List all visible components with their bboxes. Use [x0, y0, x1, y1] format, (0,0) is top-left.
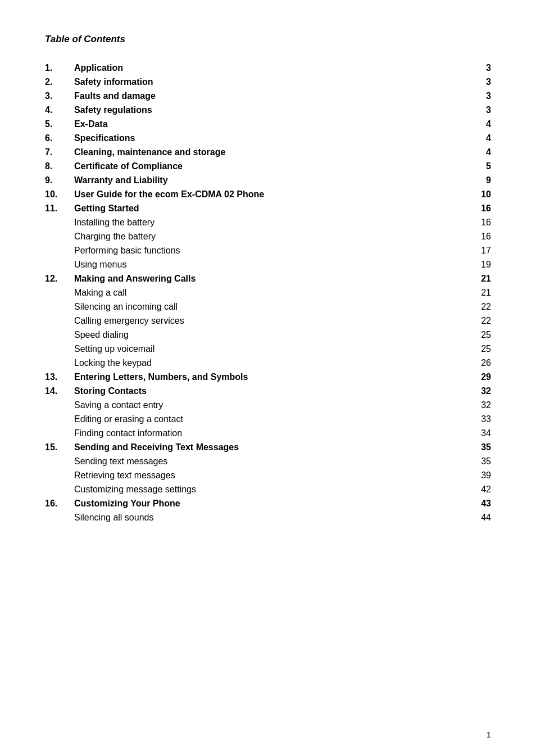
toc-label: Speed dialing	[74, 328, 463, 342]
toc-num	[45, 300, 74, 314]
page: Table of Contents 1.Application32.Safety…	[0, 0, 536, 756]
toc-num: 11.	[45, 201, 74, 215]
toc-num: 5.	[45, 117, 74, 131]
toc-row: 9.Warranty and Liability9	[45, 173, 491, 187]
toc-row: 15.Sending and Receiving Text Messages35	[45, 440, 491, 454]
toc-label: Making a call	[74, 286, 463, 300]
toc-label: Safety information	[74, 75, 463, 89]
toc-page: 25	[463, 342, 491, 356]
toc-label: Making and Answering Calls	[74, 271, 463, 286]
toc-label: Calling emergency services	[74, 314, 463, 328]
toc-label: Finding contact information	[74, 426, 463, 440]
toc-row: Editing or erasing a contact33	[45, 412, 491, 426]
toc-label: Editing or erasing a contact	[74, 412, 463, 426]
toc-num	[45, 215, 74, 229]
toc-page: 35	[463, 440, 491, 454]
toc-row: 7.Cleaning, maintenance and storage4	[45, 145, 491, 159]
toc-row: Making a call21	[45, 286, 491, 300]
toc-label: Charging the battery	[74, 229, 463, 243]
toc-page: 43	[463, 496, 491, 510]
toc-page: 25	[463, 328, 491, 342]
toc-label: Safety regulations	[74, 103, 463, 117]
toc-page: 35	[463, 454, 491, 468]
toc-label: Silencing an incoming call	[74, 300, 463, 314]
toc-num: 2.	[45, 75, 74, 89]
toc-num: 8.	[45, 159, 74, 173]
toc-label: Storing Contacts	[74, 384, 463, 398]
toc-page: 16	[463, 215, 491, 229]
toc-page: 22	[463, 314, 491, 328]
toc-page: 3	[463, 103, 491, 117]
toc-num: 4.	[45, 103, 74, 117]
toc-row: 10.User Guide for the ecom Ex-CDMA 02 Ph…	[45, 187, 491, 201]
toc-page: 21	[463, 271, 491, 286]
toc-page: 4	[463, 117, 491, 131]
page-number: 1	[487, 730, 491, 739]
toc-page: 4	[463, 131, 491, 145]
toc-row: 16.Customizing Your Phone43	[45, 496, 491, 510]
toc-row: Retrieving text messages39	[45, 468, 491, 482]
toc-page: 29	[463, 370, 491, 384]
toc-label: Sending and Receiving Text Messages	[74, 440, 463, 454]
toc-page: 34	[463, 426, 491, 440]
toc-label: Performing basic functions	[74, 243, 463, 257]
toc-num	[45, 356, 74, 370]
toc-page: 19	[463, 257, 491, 271]
toc-num	[45, 243, 74, 257]
toc-num	[45, 454, 74, 468]
toc-label: Ex-Data	[74, 117, 463, 131]
toc-row: 6.Specifications4	[45, 131, 491, 145]
toc-num	[45, 257, 74, 271]
toc-row: Installing the battery16	[45, 215, 491, 229]
toc-label: Sending text messages	[74, 454, 463, 468]
toc-page: 16	[463, 201, 491, 215]
toc-row: 12.Making and Answering Calls21	[45, 271, 491, 286]
toc-row: Performing basic functions17	[45, 243, 491, 257]
toc-page: 3	[463, 89, 491, 103]
toc-page: 26	[463, 356, 491, 370]
toc-row: 14.Storing Contacts32	[45, 384, 491, 398]
toc-num	[45, 510, 74, 524]
toc-label: Customizing Your Phone	[74, 496, 463, 510]
toc-label: Using menus	[74, 257, 463, 271]
toc-row: Using menus19	[45, 257, 491, 271]
toc-label: Entering Letters, Numbers, and Symbols	[74, 370, 463, 384]
toc-num	[45, 286, 74, 300]
toc-page: 44	[463, 510, 491, 524]
toc-num: 13.	[45, 370, 74, 384]
toc-num: 10.	[45, 187, 74, 201]
toc-num	[45, 468, 74, 482]
toc-row: Saving a contact entry32	[45, 398, 491, 412]
toc-page: 32	[463, 384, 491, 398]
toc-row: Customizing message settings42	[45, 482, 491, 496]
toc-num	[45, 229, 74, 243]
toc-label: Certificate of Compliance	[74, 159, 463, 173]
toc-num: 7.	[45, 145, 74, 159]
toc-row: Finding contact information34	[45, 426, 491, 440]
toc-page: 9	[463, 173, 491, 187]
toc-page: 22	[463, 300, 491, 314]
toc-row: Sending text messages35	[45, 454, 491, 468]
toc-row: Silencing an incoming call22	[45, 300, 491, 314]
toc-label: Cleaning, maintenance and storage	[74, 145, 463, 159]
toc-page: 3	[463, 75, 491, 89]
toc-num	[45, 482, 74, 496]
toc-label: Silencing all sounds	[74, 510, 463, 524]
toc-row: Locking the keypad26	[45, 356, 491, 370]
toc-label: Specifications	[74, 131, 463, 145]
toc-num: 3.	[45, 89, 74, 103]
toc-num: 16.	[45, 496, 74, 510]
toc-page: 5	[463, 159, 491, 173]
toc-page: 4	[463, 145, 491, 159]
toc-page: 21	[463, 286, 491, 300]
toc-label: Locking the keypad	[74, 356, 463, 370]
toc-row: Charging the battery16	[45, 229, 491, 243]
toc-row: 8.Certificate of Compliance5	[45, 159, 491, 173]
toc-label: Application	[74, 61, 463, 75]
toc-label: Saving a contact entry	[74, 398, 463, 412]
toc-row: 3.Faults and damage3	[45, 89, 491, 103]
toc-num: 12.	[45, 271, 74, 286]
toc-row: 13.Entering Letters, Numbers, and Symbol…	[45, 370, 491, 384]
toc-label: Faults and damage	[74, 89, 463, 103]
toc-num	[45, 342, 74, 356]
